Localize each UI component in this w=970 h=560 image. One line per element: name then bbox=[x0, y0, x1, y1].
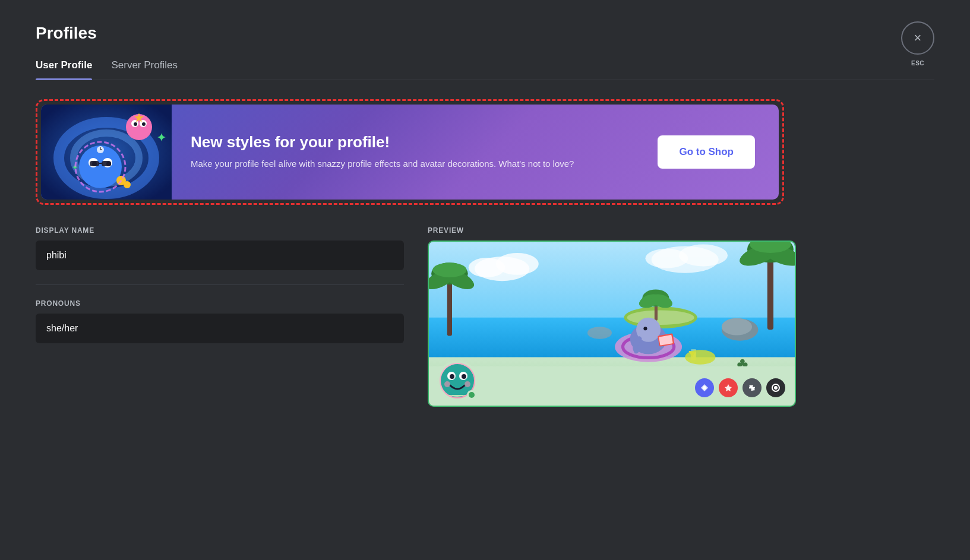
pronouns-label: PRONOUNS bbox=[36, 299, 404, 308]
svg-marker-75 bbox=[725, 384, 732, 391]
go-to-shop-button[interactable]: Go to Shop bbox=[658, 135, 755, 169]
svg-rect-15 bbox=[102, 161, 111, 166]
verified-badge-icon bbox=[766, 378, 785, 397]
svg-point-28 bbox=[469, 258, 505, 277]
field-divider bbox=[36, 284, 404, 285]
svg-point-31 bbox=[645, 249, 688, 268]
svg-point-41 bbox=[587, 327, 612, 339]
svg-point-6 bbox=[134, 122, 137, 126]
form-section: DISPLAY NAME PRONOUNS bbox=[36, 226, 404, 407]
boost-badge-icon bbox=[719, 378, 738, 397]
online-indicator bbox=[467, 390, 476, 400]
svg-point-57 bbox=[643, 327, 647, 330]
close-button[interactable]: × ESC bbox=[901, 21, 934, 55]
nitro-badge-icon bbox=[695, 378, 714, 397]
svg-point-34 bbox=[627, 310, 694, 325]
form-preview-row: DISPLAY NAME PRONOUNS PREVIEW bbox=[36, 226, 934, 407]
esc-label: ESC bbox=[911, 60, 924, 67]
display-name-label: DISPLAY NAME bbox=[36, 226, 404, 235]
promo-characters-svg: ✦ ✦ bbox=[41, 105, 172, 200]
svg-point-72 bbox=[444, 381, 450, 387]
svg-point-18 bbox=[124, 181, 131, 188]
svg-point-80 bbox=[774, 386, 778, 390]
preview-avatar-container bbox=[437, 360, 478, 401]
svg-point-40 bbox=[722, 318, 752, 336]
preview-card: ♣ ♣ bbox=[428, 241, 796, 407]
svg-point-7 bbox=[142, 122, 146, 126]
profiles-page: Profiles × ESC User Profile Server Profi… bbox=[0, 0, 970, 431]
svg-point-46 bbox=[432, 262, 466, 277]
promo-banner-wrapper: ✦ ✦ New styles for your profile! Make yo… bbox=[36, 99, 784, 205]
display-name-input[interactable] bbox=[36, 241, 404, 270]
svg-point-73 bbox=[465, 381, 470, 387]
preview-label: PREVIEW bbox=[428, 226, 796, 235]
promo-subtitle: Make your profile feel alive with snazzy… bbox=[191, 157, 639, 171]
promo-text: New styles for your profile! Make your p… bbox=[172, 119, 658, 185]
svg-rect-14 bbox=[90, 161, 99, 166]
mod-badge-icon bbox=[742, 378, 762, 397]
content-area: ✦ ✦ New styles for your profile! Make yo… bbox=[36, 99, 934, 407]
svg-point-74 bbox=[703, 386, 706, 390]
svg-text:✦: ✦ bbox=[157, 132, 166, 144]
promo-banner: ✦ ✦ New styles for your profile! Make yo… bbox=[41, 105, 779, 200]
tab-user-profile[interactable]: User Profile bbox=[36, 59, 92, 80]
svg-point-71 bbox=[462, 374, 466, 379]
promo-image: ✦ ✦ bbox=[41, 105, 172, 200]
promo-title: New styles for your profile! bbox=[191, 133, 639, 151]
preview-section: PREVIEW bbox=[428, 226, 796, 407]
tabs-row: User Profile Server Profiles bbox=[36, 59, 934, 80]
preview-badges bbox=[695, 378, 785, 397]
pronouns-input[interactable] bbox=[36, 314, 404, 343]
tab-server-profiles[interactable]: Server Profiles bbox=[111, 59, 177, 80]
svg-point-70 bbox=[450, 374, 454, 379]
page-title: Profiles bbox=[36, 24, 934, 43]
svg-point-63 bbox=[685, 350, 715, 365]
close-icon: × bbox=[914, 30, 922, 46]
